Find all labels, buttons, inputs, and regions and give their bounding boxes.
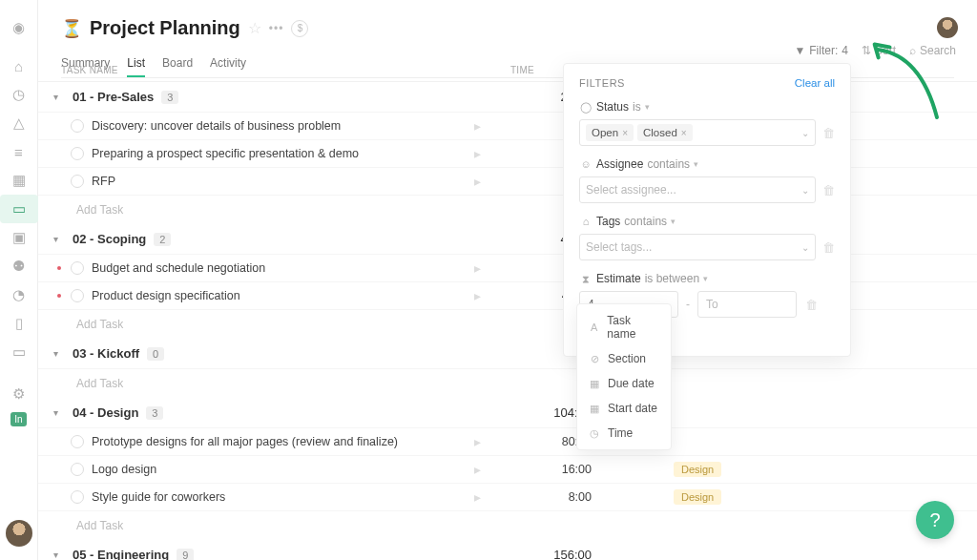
estimate-op[interactable]: is between	[645, 272, 699, 285]
clock-icon[interactable]: ◷	[0, 80, 38, 109]
clear-all-link[interactable]: Clear all	[795, 77, 835, 89]
menu-item-time[interactable]: ◷Time	[577, 421, 671, 446]
menu-item-section[interactable]: ⊘Section	[577, 346, 671, 371]
assignee-filter-box[interactable]: ⌄	[579, 176, 816, 203]
in-badge[interactable]: In	[10, 412, 26, 426]
assignee-op[interactable]: contains	[647, 157, 690, 171]
section-name: 01 - Pre-Sales	[73, 90, 154, 104]
task-est: 8:00	[544, 490, 601, 504]
chevron-down-icon: ▾	[645, 102, 650, 112]
dollar-badge[interactable]: $	[291, 20, 308, 37]
sort-button[interactable]: ⇅ Sort	[862, 44, 896, 57]
remove-chip-icon[interactable]: ×	[681, 128, 687, 138]
time-icon[interactable]: ◔	[0, 280, 38, 309]
task-name: Product design specification	[92, 289, 468, 302]
play-icon[interactable]: ▸	[468, 434, 487, 449]
gear-icon[interactable]: ⚙	[0, 380, 38, 408]
section-row[interactable]: ▾ 04 - Design 3 104:00	[38, 398, 977, 427]
estimate-icon: ⧗	[579, 273, 592, 285]
help-button[interactable]: ?	[916, 501, 954, 539]
task-checkbox[interactable]	[71, 175, 84, 188]
search-label: Search	[920, 44, 956, 57]
task-checkbox[interactable]	[71, 119, 84, 133]
play-icon[interactable]: ▸	[468, 489, 487, 505]
task-row[interactable]: Prototype designs for all major pages (r…	[38, 427, 977, 455]
section-name: 02 - Scoping	[73, 232, 146, 246]
search-button[interactable]: ⌕ Search	[909, 44, 956, 57]
task-checkbox[interactable]	[71, 490, 84, 504]
star-icon[interactable]: ☆	[248, 19, 261, 37]
files-icon[interactable]: ▣	[0, 223, 38, 252]
calendar-icon: ▦	[589, 378, 600, 390]
add-task-button[interactable]: Add Task	[38, 368, 977, 398]
play-icon[interactable]: ▸	[468, 174, 487, 189]
app-logo-icon[interactable]: ◉	[0, 13, 38, 42]
play-icon[interactable]: ▸	[468, 260, 487, 276]
task-checkbox[interactable]	[71, 435, 84, 448]
section-count: 0	[147, 347, 164, 361]
task-checkbox[interactable]	[71, 147, 84, 160]
section-caret-icon[interactable]: ▾	[53, 348, 65, 359]
assignee-input[interactable]	[586, 183, 798, 197]
tags-filter-box[interactable]: ⌄	[579, 234, 816, 260]
status-op[interactable]: is	[633, 100, 641, 114]
chevron-down-icon: ⌄	[801, 185, 809, 196]
filter-button[interactable]: ▼ Filter: 4	[794, 44, 848, 57]
sort-label: Sort	[875, 44, 896, 57]
page-title: Project Planning	[90, 17, 240, 39]
play-icon[interactable]: ▸	[468, 146, 487, 161]
list-icon[interactable]: ≡	[0, 137, 38, 166]
task-row[interactable]: Logo design ▸ 16:00 Design	[38, 455, 977, 483]
status-icon: ◯	[579, 101, 592, 114]
task-checkbox[interactable]	[71, 289, 84, 302]
play-icon[interactable]: ▸	[468, 462, 487, 477]
tags-icon: ⌂	[579, 216, 592, 227]
briefcase-icon[interactable]: ▭	[0, 195, 38, 223]
task-row[interactable]: Style guide for coworkers ▸ 8:00 Design	[38, 483, 977, 510]
estimate-to-input[interactable]	[697, 291, 797, 318]
status-label: Status	[596, 100, 629, 114]
doc-icon[interactable]: ▯	[0, 309, 38, 338]
wallet-icon[interactable]: ▭	[0, 338, 38, 366]
status-filter-box[interactable]: Open× Closed× ⌄	[579, 119, 816, 146]
section-count: 3	[161, 91, 178, 104]
section-caret-icon[interactable]: ▾	[53, 407, 65, 418]
task-checkbox[interactable]	[71, 463, 84, 476]
remove-chip-icon[interactable]: ×	[622, 128, 628, 138]
calendar-icon[interactable]: ▦	[0, 166, 38, 195]
tag-chip[interactable]: Design	[674, 489, 721, 505]
filter-icon: ▼	[794, 44, 805, 57]
tags-op[interactable]: contains	[624, 215, 667, 228]
filter-label: Filter:	[809, 44, 838, 57]
trash-icon[interactable]: 🗑	[821, 183, 835, 197]
section-row[interactable]: ▾ 05 - Engineering 9 156:00	[38, 540, 977, 560]
section-count: 3	[146, 406, 163, 420]
menu-item-task-name[interactable]: ATask name	[577, 308, 671, 346]
section-caret-icon[interactable]: ▾	[53, 92, 65, 102]
more-menu-icon[interactable]: •••	[269, 22, 284, 35]
account-avatar[interactable]	[937, 17, 958, 38]
add-task-button[interactable]: Add Task	[38, 510, 977, 540]
section-name: 05 - Engineering	[73, 548, 169, 560]
play-icon[interactable]: ▸	[468, 118, 487, 134]
play-icon[interactable]: ▸	[468, 288, 487, 303]
task-checkbox[interactable]	[71, 261, 84, 275]
home-icon[interactable]: ⌂	[0, 52, 38, 80]
menu-item-start-date[interactable]: ▦Start date	[577, 396, 671, 421]
section-caret-icon[interactable]: ▾	[53, 550, 65, 560]
chevron-down-icon: ▾	[703, 274, 708, 283]
section-count: 9	[177, 549, 194, 561]
trash-icon[interactable]: 🗑	[821, 126, 835, 140]
priority-dot	[53, 266, 65, 270]
bell-icon[interactable]: △	[0, 109, 38, 137]
section-caret-icon[interactable]: ▾	[53, 234, 65, 244]
trash-icon[interactable]: 🗑	[804, 298, 818, 312]
people-icon[interactable]: ⚉	[0, 252, 38, 280]
project-icon: ⏳	[61, 18, 82, 39]
trash-icon[interactable]: 🗑	[821, 240, 835, 255]
user-avatar[interactable]	[6, 520, 32, 547]
tags-input[interactable]	[586, 240, 798, 254]
menu-item-due-date[interactable]: ▦Due date	[577, 371, 671, 396]
assignee-icon: ☺	[579, 158, 592, 170]
tag-chip[interactable]: Design	[674, 462, 721, 477]
